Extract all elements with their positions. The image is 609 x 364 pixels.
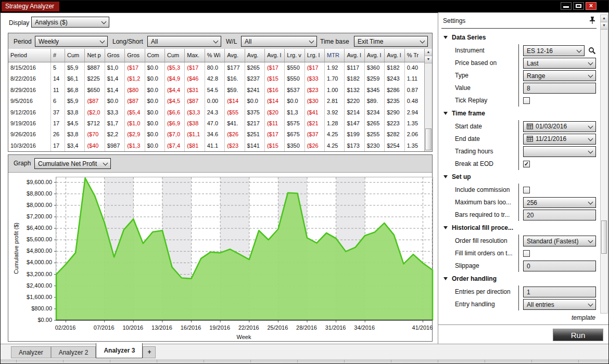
scrollbar-thumb[interactable] [425, 128, 432, 150]
section-header-set-up[interactable]: Set up [441, 170, 599, 184]
column-header-net-p[interactable]: Net p [85, 49, 105, 62]
table-row[interactable]: 9/26/201626$3,8($70$2,2($2,9$0.0($7,0($1… [8, 129, 425, 140]
break-at-eod-checkbox[interactable]: ✓ [523, 161, 530, 167]
section-header-historical-fill-proce[interactable]: Historical fill proce... [441, 221, 599, 235]
add-tab-button[interactable]: + [143, 346, 156, 358]
order-fill-resolution-select[interactable]: Standard (Fastest) [523, 236, 596, 246]
table-row[interactable]: 9/19/201617$4,5$712$1,7($1,0$0.0($6,9($3… [8, 118, 425, 129]
end-date-picker[interactable]: 11/21/2016 [523, 134, 596, 145]
y-tick-label: $3,200.00 [8, 271, 52, 277]
wl-select[interactable]: All [241, 36, 317, 47]
column-header-lrg-v[interactable]: Lrg. v [285, 49, 304, 62]
fill-limit-orders-on-t-checkbox[interactable] [523, 250, 530, 257]
setting-row-tick-replay: Tick Replay [441, 94, 599, 107]
instrument-select[interactable]: ES 12-16 [523, 45, 585, 56]
maximize-button[interactable] [573, 2, 584, 10]
table-row[interactable]: 8/29/201611$6,8$650$1,4($80$0.0($4,4($31… [8, 85, 425, 96]
y-tick-label: $0.00 [8, 317, 52, 323]
setting-label: Slippage [441, 262, 518, 269]
start-date-picker[interactable]: 01/03/2016 [523, 121, 596, 132]
include-commission-checkbox[interactable] [523, 187, 530, 193]
cell: $59. [225, 85, 245, 96]
entry-handling-select[interactable]: All entries [523, 299, 596, 310]
price-based-on-select[interactable]: Last [523, 58, 596, 69]
table-row[interactable]: 9/12/201637$3,8($2,0$3,3($5,4$0.0($6,6($… [8, 107, 425, 118]
settings-panel: Settings ▲ ▼ Data SeriesInstrumentES 12-… [438, 12, 609, 344]
run-button[interactable]: Run [553, 329, 603, 341]
cell: 1.92 [325, 62, 345, 73]
tick-replay-checkbox[interactable] [523, 97, 530, 104]
entries-per-direction-input[interactable]: 1 [523, 287, 596, 297]
table-row[interactable]: 8/15/20165$5,9$887$1,0($17$0.0($5,3($178… [8, 62, 425, 73]
column-header-avg-l[interactable]: Avg. l [265, 49, 285, 62]
close-button[interactable]: × [586, 2, 597, 10]
display-select[interactable]: Analysis ($) [31, 17, 109, 28]
table-row[interactable]: 9/5/20166$5,9($87$0.0($87$0.0($4,5($870.… [8, 96, 425, 107]
column-header-wi[interactable]: % Wi [205, 49, 225, 62]
section-header-order-handling[interactable]: Order handling [441, 272, 599, 285]
section-header-time-frame[interactable]: Time frame [441, 107, 599, 120]
column-header-avg[interactable]: Avg. [225, 49, 245, 62]
column-header-gros[interactable]: Gros [105, 49, 125, 62]
title-bar[interactable]: Strategy Analyzer × [1, 1, 608, 13]
bars-required-to-tr-input[interactable]: 20 [523, 210, 596, 220]
trading-hours-select[interactable] [523, 146, 596, 157]
pin-icon[interactable] [589, 16, 596, 24]
cell: $3,3 [105, 107, 125, 118]
cell: $235 [385, 96, 404, 107]
scroll-up-icon[interactable]: ▲ [425, 49, 432, 56]
tab-analyzer-2[interactable]: Analyzer 2 [51, 346, 96, 358]
setting-row-maximum-bars-loo: Maximum bars loo...256 [441, 196, 599, 209]
cell: 0.87 [405, 85, 425, 96]
time-base-select[interactable]: Exit Time [354, 36, 428, 47]
column-header-tr[interactable]: % Tr [405, 49, 425, 62]
column-header-cum[interactable]: Cum [65, 49, 85, 62]
column-header-avg-l[interactable]: Avg. l [365, 49, 385, 62]
maximum-bars-loo-select[interactable]: 256 [523, 197, 596, 208]
table-row[interactable]: 8/22/201614$6,1$225$1,4($1,2$0.0($4,9($4… [8, 73, 425, 84]
section-header-data-series[interactable]: Data Series [441, 31, 599, 44]
tab-analyzer-3[interactable]: Analyzer 3 [96, 343, 143, 358]
tab-analyzer[interactable]: Analyzer [11, 346, 51, 358]
cell: ($55 [225, 107, 245, 118]
scroll-up-icon[interactable]: ▲ [601, 15, 607, 22]
setting-label: Entry handling [441, 301, 518, 308]
chevron-down-icon [588, 238, 593, 243]
cell: $182 [385, 62, 404, 73]
column-header-avg-l[interactable]: Avg. l [385, 49, 404, 62]
table-header-row: Period#CumNet pGrosGrosComCumMax.% WiAvg… [8, 49, 425, 62]
cell: $0.0 [145, 96, 165, 107]
instrument-search-button[interactable] [588, 47, 596, 55]
column-header-max[interactable]: Max. [185, 49, 205, 62]
analysis-table-box: Period Weekly Long/Short All W/L All Tim… [8, 33, 433, 152]
scrollbar-thumb[interactable] [601, 220, 607, 254]
settings-scrollbar[interactable]: ▲ ▼ [600, 15, 608, 314]
column-header-period[interactable]: Period [8, 49, 51, 62]
setting-row-bars-required-to-tr: Bars required to tr...20 [441, 209, 599, 221]
column-header-avg[interactable]: Avg. [245, 49, 265, 62]
column-header-avg-l[interactable]: Avg. l [345, 49, 364, 62]
value-input[interactable]: 8 [523, 83, 596, 94]
slippage-input[interactable]: 0 [523, 261, 596, 271]
long-short-select[interactable]: All [147, 36, 221, 47]
divider [441, 28, 597, 29]
cell: 6 [51, 96, 65, 107]
column-header-cum[interactable]: Cum [165, 49, 185, 62]
minimize-button[interactable] [561, 2, 572, 10]
scroll-down-icon[interactable]: ▼ [601, 22, 607, 30]
column-header-lrg-l[interactable]: Lrg. l [305, 49, 325, 62]
setting-row-entry-handling: Entry handlingAll entries [441, 298, 599, 310]
column-header-item[interactable]: # [51, 49, 65, 62]
template-link[interactable]: template [572, 314, 595, 321]
period-select[interactable]: Weekly [35, 36, 108, 47]
column-header-mtr[interactable]: MTR [325, 49, 345, 62]
cell: ($15 [265, 140, 285, 151]
column-header-com[interactable]: Com [145, 49, 165, 62]
graph-type-select[interactable]: Cumulative Net Profit [34, 158, 111, 169]
table-row[interactable]: 10/3/201617$3,4($40$987($1,3$0.0($7,4($8… [8, 140, 425, 151]
type-select[interactable]: Range [523, 70, 596, 81]
table-scrollbar[interactable]: ▲ ▼ [424, 49, 432, 151]
scroll-down-icon[interactable]: ▼ [425, 56, 432, 63]
column-header-gros[interactable]: Gros [125, 49, 145, 62]
cell: ($87 [85, 96, 105, 107]
